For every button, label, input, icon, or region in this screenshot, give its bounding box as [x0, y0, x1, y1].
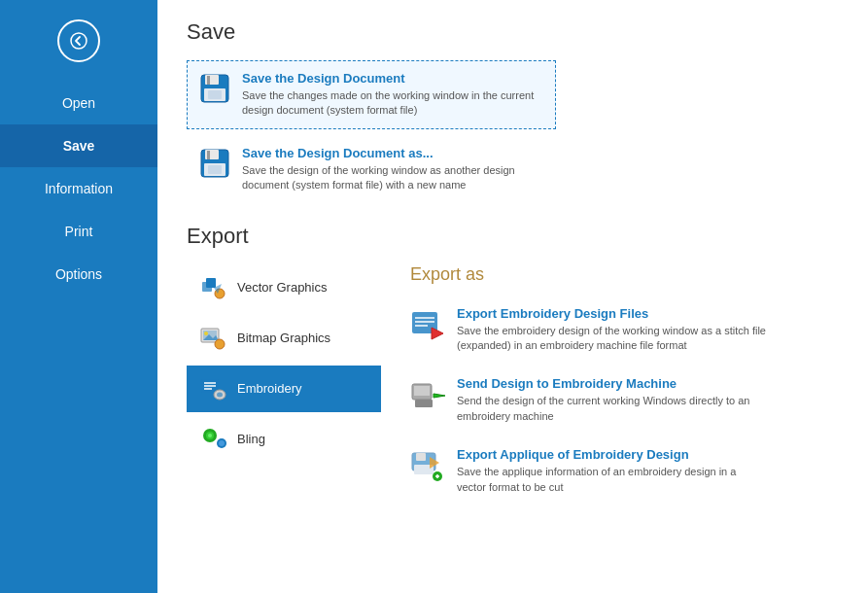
save-item-save-doc-as[interactable]: Save the Design Document as... Save the …	[187, 135, 556, 204]
export-embroidery-icon	[410, 308, 445, 343]
export-as-title: Export as	[410, 264, 839, 285]
export-list-item-embroidery[interactable]: Embroidery	[187, 366, 381, 412]
back-button[interactable]	[57, 19, 100, 62]
export-layout: Vector Graphics Bitmap Graphics Embroide…	[187, 264, 839, 510]
save-item-title: Save the Design Document	[242, 71, 543, 86]
floppy-icon	[199, 148, 230, 179]
svg-rect-12	[206, 278, 216, 288]
embroidery-icon	[200, 375, 227, 402]
send-embroidery-icon	[410, 378, 445, 413]
export-detail-text-send-embroidery: Send Design to Embroidery Machine Send t…	[457, 376, 768, 424]
svg-point-0	[71, 33, 87, 49]
sidebar-item-print[interactable]: Print	[0, 210, 157, 253]
vector-label: Vector Graphics	[237, 280, 328, 295]
svg-rect-37	[414, 386, 430, 396]
sidebar-item-open[interactable]: Open	[0, 82, 157, 124]
save-item-desc: Save the changes made on the working win…	[242, 88, 543, 119]
export-list-item-bling[interactable]: Bling	[187, 416, 381, 463]
sidebar-item-options[interactable]: Options	[0, 253, 157, 296]
sidebar: OpenSaveInformationPrintOptions	[0, 0, 157, 593]
bitmap-label: Bitmap Graphics	[237, 331, 330, 345]
export-detail-title: Export Embroidery Design Files	[457, 306, 768, 321]
export-detail-send-embroidery[interactable]: Send Design to Embroidery Machine Send t…	[410, 368, 839, 432]
export-section-title: Export	[187, 224, 839, 249]
main-content: Save Save the Design Document Save the c…	[157, 0, 868, 593]
svg-point-30	[219, 440, 225, 446]
save-item-save-doc[interactable]: Save the Design Document Save the change…	[187, 60, 556, 129]
export-detail-title: Send Design to Embroidery Machine	[457, 376, 768, 391]
svg-point-19	[215, 339, 225, 349]
export-detail-title: Export Applique of Embroidery Design	[457, 447, 768, 462]
sidebar-item-information[interactable]: Information	[0, 167, 157, 210]
vector-icon	[200, 274, 227, 301]
floppy-icon	[199, 73, 230, 104]
bling-icon	[200, 426, 227, 453]
svg-rect-38	[415, 400, 433, 407]
export-detail-text-export-applique: Export Applique of Embroidery Design Sav…	[457, 447, 768, 495]
svg-rect-3	[207, 76, 210, 85]
svg-rect-8	[207, 151, 210, 159]
export-section: Export Vector Graphics Bitmap Graphics E…	[187, 224, 839, 510]
save-item-text-save-doc: Save the Design Document Save the change…	[242, 71, 543, 119]
export-detail-text-export-embroidery: Export Embroidery Design Files Save the …	[457, 306, 768, 354]
svg-point-25	[217, 392, 223, 397]
export-list-item-vector[interactable]: Vector Graphics	[187, 264, 381, 311]
svg-marker-39	[434, 394, 445, 398]
svg-point-17	[204, 331, 208, 335]
export-list-item-bitmap[interactable]: Bitmap Graphics	[187, 315, 381, 362]
embroidery-label: Embroidery	[237, 381, 301, 396]
svg-rect-10	[208, 165, 222, 174]
export-detail-desc: Save the embroidery design of the workin…	[457, 324, 768, 354]
save-item-title: Save the Design Document as...	[242, 146, 543, 160]
export-applique-icon	[410, 449, 445, 484]
sidebar-item-save[interactable]: Save	[0, 124, 157, 167]
export-detail-export-applique[interactable]: Export Applique of Embroidery Design Sav…	[410, 439, 839, 503]
export-detail-desc: Send the design of the current working W…	[457, 394, 768, 424]
save-item-desc: Save the design of the working window as…	[242, 163, 543, 193]
bling-label: Bling	[237, 432, 265, 446]
export-detail-export-embroidery[interactable]: Export Embroidery Design Files Save the …	[410, 298, 839, 362]
svg-point-28	[208, 434, 212, 437]
export-list: Vector Graphics Bitmap Graphics Embroide…	[187, 264, 381, 510]
bitmap-icon	[200, 325, 227, 352]
svg-rect-41	[416, 453, 426, 461]
save-section-title: Save	[187, 19, 839, 45]
export-detail-desc: Save the applique information of an embr…	[457, 465, 768, 495]
export-details: Export as Export Embroidery Design Files…	[410, 264, 839, 510]
svg-rect-5	[208, 90, 222, 99]
save-item-text-save-doc-as: Save the Design Document as... Save the …	[242, 146, 543, 193]
